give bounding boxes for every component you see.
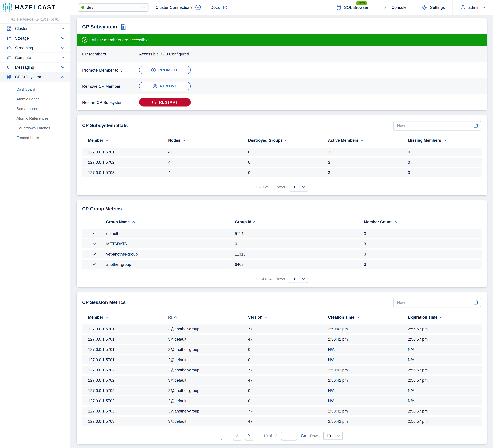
stats-sort-nodes[interactable]: Nodes: [162, 136, 242, 145]
database-icon: [336, 5, 341, 10]
sidebar-item-fenced-locks[interactable]: Fenced Locks: [0, 133, 70, 143]
stats-sort-member[interactable]: Member: [82, 136, 162, 145]
calendar-icon: [474, 300, 478, 305]
sql-browser-button[interactable]: New SQL Browser: [328, 0, 376, 15]
table-row: another-group64083: [82, 260, 482, 269]
range-label: 1 – 3 of 3: [256, 185, 271, 189]
sessions-sort-id[interactable]: Id: [162, 313, 242, 322]
cloud-sync-icon: [7, 46, 12, 50]
rows-label: Rows: [310, 434, 320, 438]
docs-label: Docs: [210, 5, 220, 10]
grid-icon: [7, 75, 12, 79]
doc-icon[interactable]: [121, 24, 126, 30]
chevron-down-icon: [61, 37, 65, 39]
rows-per-page-select[interactable]: 10: [323, 432, 343, 440]
status-banner-text: All CP members are accessible: [91, 37, 149, 42]
sort-asc-icon: [105, 139, 109, 141]
go-button[interactable]: Go: [301, 434, 306, 438]
user-menu[interactable]: admin: [452, 0, 493, 15]
cluster-connections-link[interactable]: Cluster Connections: [156, 4, 201, 10]
sidebar-item-cp-subsystem[interactable]: CP Subsystem: [0, 72, 70, 82]
remove-button[interactable]: REMOVE: [139, 82, 191, 90]
hazelcast-logo: HAZELCAST: [0, 3, 78, 12]
compute-icon: [7, 55, 12, 60]
sort-asc-icon: [443, 139, 446, 141]
stats-sort-destroyed-groups[interactable]: Destroyed Groups: [242, 136, 322, 145]
sessions-sort-creation-time[interactable]: Creation Time: [322, 313, 402, 322]
table-row: 127.0.0.1:57034030: [82, 168, 482, 177]
top-bar: HAZELCAST dev Cluster Connections Docs: [0, 0, 493, 15]
brand-text: HAZELCAST: [15, 4, 56, 11]
page-1-button[interactable]: 1: [221, 431, 229, 440]
console-button[interactable]: >_ Console: [376, 0, 414, 15]
promote-button[interactable]: PROMOTE: [139, 66, 191, 74]
table-row: 127.0.0.1:57033@default472:50:42 pm2:56:…: [82, 417, 482, 426]
sort-asc-icon: [285, 139, 288, 141]
sessions-sort-member[interactable]: Member: [82, 313, 162, 322]
docs-link[interactable]: Docs: [210, 5, 227, 10]
rows-per-page-select[interactable]: 10: [289, 183, 308, 191]
stats-sort-missing-members[interactable]: Missing Members: [402, 136, 482, 145]
next-page-button[interactable]: [245, 431, 253, 440]
groups-sort-member-count[interactable]: Member Count: [358, 217, 482, 226]
folder-icon: [7, 36, 12, 40]
x-circle-icon: [152, 84, 157, 89]
page-2-button[interactable]: 2: [233, 431, 241, 440]
restart-button[interactable]: RESTART: [139, 98, 191, 107]
sidebar-item-streaming[interactable]: Streaming: [0, 43, 70, 53]
sidebar-item-countdown-latches[interactable]: Countdown Latches: [0, 123, 70, 133]
row-expander[interactable]: [82, 250, 100, 258]
sidebar-item-dashboard[interactable]: Dashboard: [0, 85, 70, 94]
sidebar-item-cluster[interactable]: Cluster: [0, 24, 70, 34]
cp-members-label: CP Members: [82, 52, 139, 56]
user-label: admin: [468, 5, 480, 10]
sort-asc-icon: [394, 221, 397, 223]
page-number-input[interactable]: [281, 431, 297, 440]
sidebar-item-messaging[interactable]: Messaging: [0, 63, 70, 72]
sessions-pagination: 1 2 1 – 10 of 12 Go Rows 10: [77, 427, 487, 444]
chevron-down-icon: [61, 56, 65, 59]
sessions-sort-expiration-time[interactable]: Expiration Time: [402, 313, 482, 322]
cp-subsystem-submenu: Dashboard Atomic Longs Semaphores Atomic…: [0, 82, 70, 146]
stats-time-filter[interactable]: Now: [393, 121, 481, 130]
row-expander[interactable]: [82, 239, 100, 248]
remove-label: Remove CP Member: [82, 84, 139, 89]
sessions-time-filter[interactable]: Now: [393, 298, 481, 307]
cluster-select[interactable]: dev: [78, 3, 148, 11]
chevron-down-icon: [92, 243, 96, 245]
row-expander[interactable]: [82, 229, 100, 238]
sort-asc-icon: [182, 139, 186, 141]
chevron-down-icon: [482, 6, 485, 8]
sidebar: 5.1-SNAPSHOT - 24/02/22 - 02:52 Cluster …: [0, 15, 70, 448]
cp-members-row: CP Members Accessible 3 / 3 Configured: [77, 46, 487, 62]
user-icon: [460, 5, 466, 10]
chevron-down-icon: [142, 6, 145, 9]
rows-label: Rows: [275, 185, 285, 189]
sidebar-item-atomic-references[interactable]: Atomic References: [0, 113, 70, 123]
page-title: CP Subsystem: [82, 24, 117, 30]
groups-pagination: 1 – 4 of 4 Rows 10: [77, 270, 487, 287]
table-row: 127.0.0.1:57012@default0N/AN/A: [82, 355, 482, 364]
groups-sort-name[interactable]: Group Name: [100, 217, 229, 226]
refresh-icon: [152, 100, 157, 105]
sessions-sort-version[interactable]: Version: [242, 313, 322, 322]
table-row: 127.0.0.1:57022@default0N/AN/A: [82, 396, 482, 405]
range-label: 1 – 10 of 12: [257, 434, 277, 438]
calendar-icon: [474, 123, 478, 128]
sidebar-item-semaphores[interactable]: Semaphores: [0, 104, 70, 113]
rows-per-page-select[interactable]: 10: [289, 275, 308, 283]
arrow-up-circle-icon: [151, 68, 156, 72]
chevron-down-icon: [336, 435, 340, 437]
stats-time-filter-value: Now: [397, 123, 405, 128]
sidebar-item-storage[interactable]: Storage: [0, 34, 70, 43]
row-expander[interactable]: [82, 260, 100, 269]
cluster-select-value: dev: [87, 5, 139, 10]
sidebar-item-compute[interactable]: Compute: [0, 53, 70, 63]
chevron-down-icon: [92, 232, 96, 235]
settings-button[interactable]: Settings: [414, 0, 452, 15]
stats-sort-active-members[interactable]: Active Members: [322, 136, 402, 145]
sort-asc-icon: [356, 316, 360, 318]
groups-sort-id[interactable]: Group Id: [229, 217, 358, 226]
stats-title: CP Subsystem Stats: [82, 123, 128, 128]
sidebar-item-atomic-longs[interactable]: Atomic Longs: [0, 94, 70, 104]
